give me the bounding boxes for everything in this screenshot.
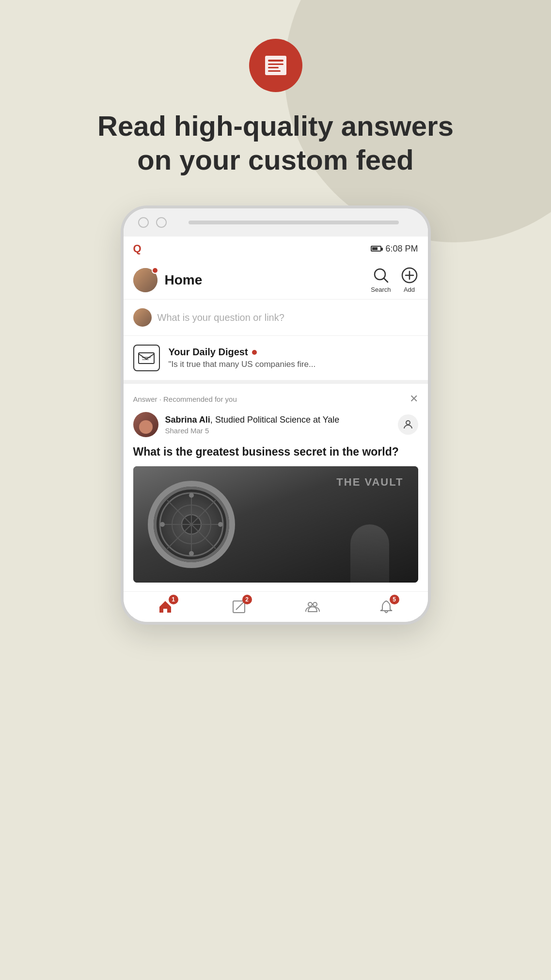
close-button[interactable]: ✕ <box>409 393 418 405</box>
phone-speaker <box>189 221 399 224</box>
card-meta: Answer · Recommended for you ✕ <box>133 393 418 405</box>
bell-icon-wrap: 5 <box>377 598 395 616</box>
svg-point-24 <box>218 522 223 527</box>
home-badge: 1 <box>169 595 178 604</box>
digest-preview: "Is it true that many US companies fire.… <box>169 360 316 369</box>
nav-write[interactable]: 2 <box>230 598 248 616</box>
news-icon <box>261 51 290 80</box>
phone-container: Q 6:08 PM Home Search <box>0 205 551 625</box>
add-label: Add <box>404 286 415 293</box>
author-avatar <box>133 412 158 437</box>
person-silhouette <box>350 524 389 583</box>
headline-line2: on your custom feed <box>137 144 413 175</box>
shared-date: Shared Mar 5 <box>165 427 391 435</box>
author-cred-text: Studied Political Science at Yale <box>215 415 340 425</box>
vault-visual: THE VAULT <box>133 466 418 583</box>
headline: Read high-quality answers on your custom… <box>97 109 454 176</box>
digest-icon <box>133 345 160 371</box>
headline-line1: Read high-quality answers <box>97 110 454 142</box>
camera-right <box>156 217 167 228</box>
people-icon <box>305 599 320 615</box>
envelope-icon <box>137 349 156 367</box>
svg-rect-1 <box>268 60 283 62</box>
time-display: 6:08 PM <box>385 244 418 254</box>
svg-point-28 <box>308 602 312 606</box>
digest-title: Your Daily Digest <box>169 347 316 358</box>
nav-people[interactable] <box>303 598 322 616</box>
follow-button[interactable] <box>398 414 418 435</box>
digest-content: Your Daily Digest "Is it true that many … <box>169 347 316 369</box>
app-header: Home Search Add <box>124 261 428 300</box>
svg-line-6 <box>384 278 388 282</box>
phone-top <box>124 208 428 237</box>
header-actions: Search Add <box>371 267 418 293</box>
battery-icon <box>371 246 381 252</box>
svg-line-26 <box>236 604 242 610</box>
card-meta-text: Answer · Recommended for you <box>133 395 237 403</box>
status-bar: Q 6:08 PM <box>124 237 428 261</box>
status-right: 6:08 PM <box>371 244 418 254</box>
quora-logo: Q <box>133 242 142 255</box>
daily-digest-section[interactable]: Your Daily Digest "Is it true that many … <box>124 336 428 384</box>
home-icon-wrap: 1 <box>156 598 174 616</box>
card-author: Sabrina Ali, Studied Political Science a… <box>133 412 418 437</box>
bottom-nav: 1 2 <box>124 591 428 622</box>
add-button[interactable]: Add <box>401 267 418 293</box>
power-button <box>430 315 431 354</box>
vault-spokes-svg <box>157 490 225 558</box>
svg-rect-3 <box>268 67 279 68</box>
camera-left <box>138 217 149 228</box>
search-icon <box>372 267 390 284</box>
people-icon-wrap <box>303 598 322 616</box>
user-avatar-container <box>133 268 157 292</box>
svg-point-21 <box>189 493 194 498</box>
search-button[interactable]: Search <box>371 267 391 293</box>
svg-point-23 <box>160 522 165 527</box>
question-title: What is the greatest business secret in … <box>133 444 418 459</box>
author-name-text: Sabrina Ali <box>165 415 210 425</box>
question-input-area[interactable]: What is your question or link? <box>124 300 428 336</box>
search-label: Search <box>371 286 391 293</box>
vault-door-inner <box>154 487 229 562</box>
question-user-avatar <box>133 308 152 327</box>
article-image: THE VAULT <box>133 466 418 583</box>
svg-point-22 <box>189 551 194 556</box>
author-info: Sabrina Ali, Studied Political Science a… <box>165 415 391 435</box>
svg-point-29 <box>313 602 317 606</box>
person-icon <box>402 419 414 430</box>
svg-point-13 <box>406 421 410 425</box>
write-badge: 2 <box>242 595 252 604</box>
feed-card: Answer · Recommended for you ✕ Sabrina A… <box>124 384 428 591</box>
app-icon <box>249 39 302 92</box>
author-name: Sabrina Ali, Studied Political Science a… <box>165 415 391 425</box>
phone-frame: Q 6:08 PM Home Search <box>121 205 431 625</box>
nav-home[interactable]: 1 <box>156 598 174 616</box>
svg-rect-0 <box>265 56 286 75</box>
volume-down-button <box>121 334 122 364</box>
svg-rect-11 <box>142 357 151 358</box>
author-avatar-img <box>133 412 158 437</box>
top-section: Read high-quality answers on your custom… <box>0 0 551 176</box>
digest-notification-dot <box>252 350 257 355</box>
svg-rect-12 <box>142 359 149 360</box>
volume-up-button <box>121 296 122 325</box>
bell-badge: 5 <box>390 595 399 604</box>
avatar-head <box>139 420 153 434</box>
svg-rect-2 <box>268 63 283 65</box>
question-placeholder: What is your question or link? <box>157 312 284 323</box>
add-icon <box>401 267 418 284</box>
svg-rect-4 <box>268 70 281 72</box>
write-icon-wrap: 2 <box>230 598 248 616</box>
nav-notifications[interactable]: 5 <box>377 598 395 616</box>
vault-door <box>148 481 235 568</box>
vault-text: THE VAULT <box>336 476 403 489</box>
notification-dot <box>152 267 158 274</box>
page-title: Home <box>165 272 371 288</box>
digest-title-text: Your Daily Digest <box>169 347 248 358</box>
